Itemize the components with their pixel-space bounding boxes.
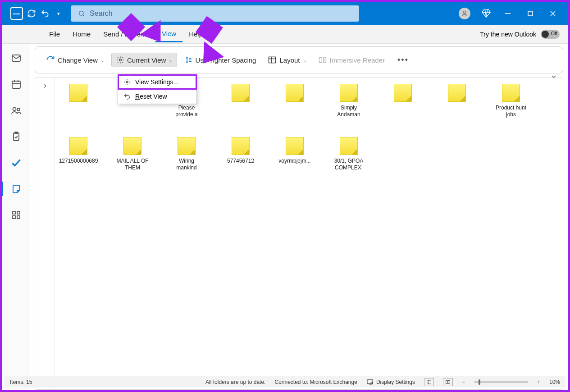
note-item[interactable]: voyrmbjejm...	[278, 137, 311, 171]
display-settings-label: Display Settings	[376, 379, 415, 385]
qat-dropdown-icon[interactable]: ▾	[54, 9, 64, 18]
status-connected: Connected to: Microsoft Exchange	[274, 379, 357, 385]
apps-grid-icon[interactable]	[10, 209, 23, 221]
svg-point-19	[119, 59, 122, 61]
minimize-button[interactable]	[502, 8, 514, 19]
note-item[interactable]: 30/1, GPOA COMPLEX,	[333, 137, 365, 171]
current-view-dropdown: View Settings... Reset View	[118, 74, 197, 104]
note-label: 577456712	[227, 158, 254, 164]
note-item[interactable]	[278, 84, 311, 119]
ribbon-expand-button[interactable]	[550, 73, 557, 82]
sync-icon[interactable]	[27, 9, 36, 18]
svg-rect-18	[17, 216, 20, 219]
try-new-outlook: Try the new Outlook Off	[480, 30, 560, 39]
status-bar: Items: 15 All folders are up to date. Co…	[5, 376, 565, 387]
immersive-reader-button: Immersive Reader	[314, 53, 390, 67]
note-label: MAIL ALL OF THEM	[116, 158, 149, 171]
search-input[interactable]: Search	[71, 5, 359, 22]
note-item[interactable]	[441, 84, 473, 119]
content-area: Please provide a response in aSimply And…	[35, 77, 563, 390]
note-item[interactable]: Wiring mankind	[170, 137, 203, 171]
tab-home[interactable]: Home	[66, 27, 97, 41]
current-view-button[interactable]: Current View ⌵	[111, 53, 177, 67]
chevron-down-icon: ⌵	[101, 58, 104, 63]
reset-view-menuitem[interactable]: Reset View	[118, 89, 196, 104]
svg-rect-17	[13, 216, 15, 219]
change-view-button[interactable]: Change View ⌵	[41, 53, 109, 67]
titlebar-left: ▾	[2, 7, 64, 20]
note-label: Please provide a response in a	[170, 105, 203, 119]
svg-rect-27	[367, 379, 373, 383]
note-item[interactable]	[62, 84, 95, 119]
svg-rect-3	[528, 11, 533, 16]
todo-check-icon[interactable]	[10, 156, 23, 169]
svg-rect-7	[12, 81, 20, 88]
note-item[interactable]	[224, 84, 257, 119]
svg-point-28	[371, 382, 373, 384]
note-label: voyrmbjejm...	[278, 158, 310, 164]
note-item[interactable]: Simply Andaman	[333, 84, 365, 119]
note-item[interactable]: 1271500000689	[62, 137, 95, 171]
user-avatar-icon[interactable]	[459, 8, 470, 19]
tab-file[interactable]: File	[43, 27, 66, 41]
folder-pane-collapsed	[35, 77, 55, 389]
toggle-off-label: Off	[551, 31, 557, 36]
close-button[interactable]	[547, 8, 559, 19]
status-folders: All folders are up to date.	[205, 379, 265, 385]
sticky-note-icon	[178, 137, 196, 155]
svg-point-0	[79, 11, 83, 15]
zoom-out-button[interactable]: −	[462, 379, 465, 385]
sticky-note-icon	[448, 84, 466, 102]
zoom-in-button[interactable]: +	[537, 379, 540, 385]
view-settings-menuitem[interactable]: View Settings...	[118, 75, 196, 89]
svg-point-12	[17, 108, 20, 111]
sticky-note-icon	[232, 84, 250, 102]
note-label: Product hunt jobs	[495, 105, 527, 118]
sticky-note-icon	[502, 84, 520, 102]
titlebar-right	[459, 8, 568, 19]
diamond-icon[interactable]	[481, 9, 491, 18]
svg-rect-15	[13, 211, 15, 214]
try-new-outlook-toggle[interactable]: Off	[541, 30, 560, 39]
sticky-note-icon	[69, 84, 87, 102]
chevron-down-icon: ⌵	[169, 58, 172, 63]
layout-button[interactable]: Layout ⌵	[263, 53, 310, 67]
tasks-clipboard-icon[interactable]	[10, 130, 23, 143]
mail-icon[interactable]	[10, 52, 23, 64]
notes-icon-view: Please provide a response in aSimply And…	[55, 77, 563, 389]
expand-folder-pane-icon[interactable]	[42, 83, 48, 389]
ribbon-tabs: File Home Send / Receive View Help Try t…	[2, 25, 568, 44]
svg-point-1	[463, 11, 465, 14]
note-item[interactable]: 577456712	[224, 137, 257, 171]
reading-view-button[interactable]	[443, 378, 453, 386]
maximize-button[interactable]	[524, 8, 536, 19]
chevron-down-icon: ⌵	[304, 58, 306, 63]
notes-icon[interactable]	[10, 182, 23, 195]
note-label: Wiring mankind	[170, 158, 203, 171]
undo-icon[interactable]	[40, 9, 50, 18]
normal-view-button[interactable]	[424, 378, 434, 386]
view-ribbon: Change View ⌵ Current View ⌵ Use Tighter…	[35, 46, 563, 73]
status-items: Items: 15	[10, 379, 32, 385]
main-panel: Change View ⌵ Current View ⌵ Use Tighter…	[30, 44, 568, 390]
note-label: Simply Andaman	[333, 105, 365, 118]
people-icon[interactable]	[10, 104, 23, 117]
more-commands-button[interactable]: •••	[393, 53, 413, 68]
zoom-percent: 10%	[549, 379, 560, 385]
zoom-slider[interactable]	[474, 381, 528, 383]
note-label: 1271500000689	[59, 158, 98, 164]
svg-point-11	[13, 108, 16, 111]
calendar-icon[interactable]	[10, 78, 23, 91]
left-nav	[2, 44, 30, 390]
sticky-note-icon	[394, 84, 412, 102]
immersive-reader-label: Immersive Reader	[330, 56, 385, 64]
note-item[interactable]	[387, 84, 419, 119]
view-settings-label: View Settings...	[135, 78, 178, 86]
note-item[interactable]: Product hunt jobs	[495, 84, 527, 119]
display-settings-button[interactable]: Display Settings	[366, 378, 415, 386]
sticky-note-icon	[286, 84, 304, 102]
sticky-note-icon	[123, 137, 141, 155]
layout-label: Layout	[279, 56, 300, 64]
sticky-note-icon	[69, 137, 87, 155]
note-item[interactable]: MAIL ALL OF THEM	[116, 137, 149, 171]
